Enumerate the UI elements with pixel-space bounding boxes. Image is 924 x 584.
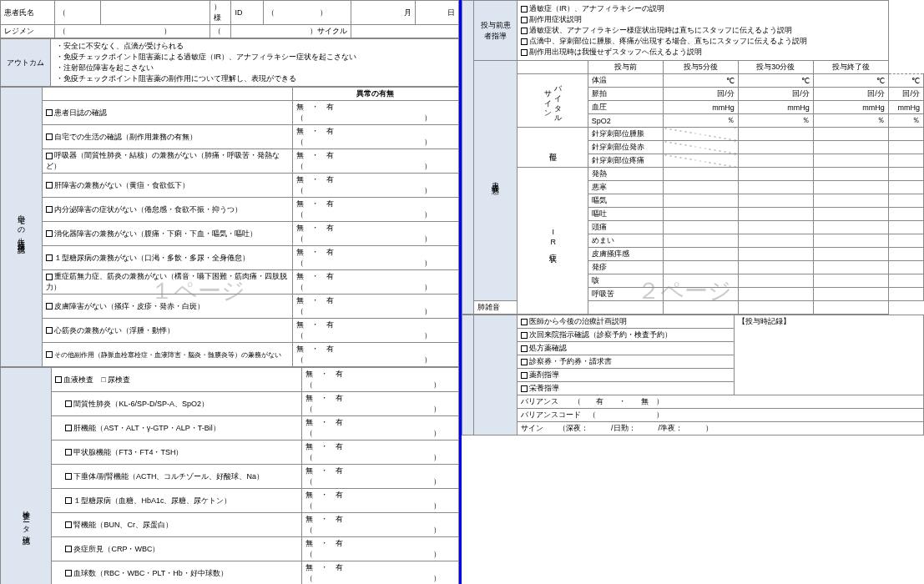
- lab-table: 検査データ確認 血液検査 □ 尿検査 無 ・ 有 （ ） 間質性肺炎（KL-6/…: [0, 367, 459, 584]
- outcome-table: アウトカム ・安全に不安なく、点滴が受けられる ・免疫チェックポイント阻害薬によ…: [0, 38, 459, 87]
- education-table: 投与前患者指導 過敏症（IR）、アナフィラキシーの説明 副作用症状説明 過敏症状…: [462, 0, 924, 315]
- bottom-section: 医師から今後の治療計画説明 【投与時記録】 次回来院指示確認（診察予約・検査予約…: [462, 315, 924, 435]
- abnormal-header: 自宅での生活状況確認 異常の有無 患者日誌の確認無 ・ 有 （ ） 自宅での生活…: [0, 87, 459, 367]
- header-table: 患者氏名 （ ）様 ID （ ） 月 日 レジメン （ ） （ ）サイクル: [0, 0, 459, 38]
